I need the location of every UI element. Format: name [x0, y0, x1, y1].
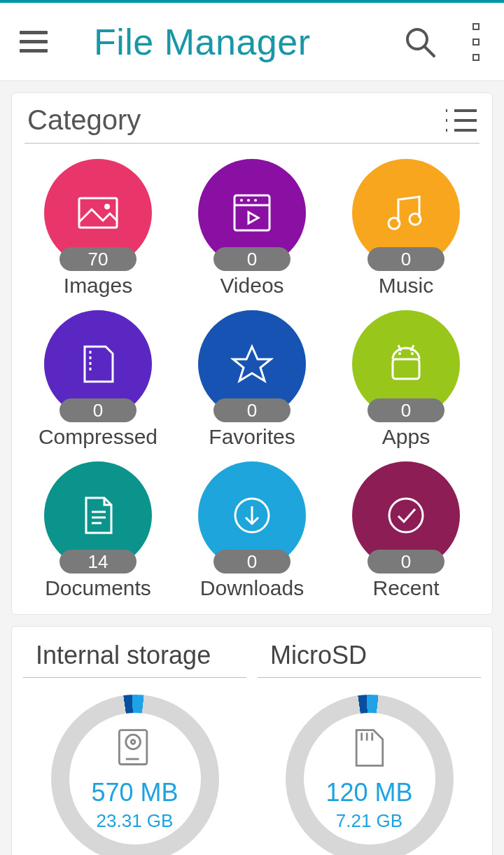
- download-icon: [229, 492, 275, 538]
- svg-rect-10: [234, 195, 270, 230]
- category-count-badge: 0: [214, 247, 290, 271]
- category-count-badge: 0: [368, 398, 444, 422]
- svg-point-17: [410, 214, 421, 225]
- svg-rect-20: [393, 359, 419, 379]
- svg-marker-19: [233, 347, 271, 381]
- category-count-badge: 0: [368, 247, 444, 271]
- svg-point-33: [132, 739, 136, 744]
- svg-point-16: [388, 218, 400, 229]
- category-compressed[interactable]: 0 Compressed: [24, 310, 172, 449]
- svg-point-23: [398, 352, 401, 355]
- storage-internal-storage[interactable]: Internal storage 570 MB 23.31 GB: [23, 637, 246, 855]
- search-button[interactable]: [403, 25, 437, 59]
- category-card: Category 70 Images 0 Videos: [11, 92, 493, 615]
- overflow-dot-icon: [472, 54, 479, 61]
- menu-button[interactable]: [20, 27, 50, 57]
- overflow-dot-icon: [472, 39, 479, 46]
- view-toggle-button[interactable]: [444, 108, 477, 133]
- storage-total: 7.21 GB: [336, 810, 402, 832]
- category-apps[interactable]: 0 Apps: [332, 310, 479, 449]
- category-label: Compressed: [38, 425, 158, 449]
- svg-point-30: [389, 499, 423, 532]
- video-icon: [229, 190, 275, 236]
- storage-total: 23.31 GB: [97, 810, 174, 832]
- category-videos[interactable]: 0 Videos: [178, 159, 326, 298]
- category-label: Downloads: [200, 576, 304, 600]
- svg-point-12: [240, 199, 243, 202]
- svg-point-9: [104, 204, 110, 209]
- svg-point-32: [126, 735, 141, 749]
- category-count-badge: 0: [214, 398, 290, 422]
- category-images[interactable]: 70 Images: [24, 159, 172, 298]
- storage-used: 120 MB: [326, 778, 412, 807]
- category-label: Recent: [372, 576, 439, 600]
- category-title: Category: [27, 104, 141, 136]
- image-icon: [75, 190, 121, 236]
- search-icon: [403, 25, 437, 59]
- category-favorites[interactable]: 0 Favorites: [178, 310, 326, 449]
- storage-ring: 570 MB 23.31 GB: [51, 695, 219, 855]
- storage-microsd[interactable]: MicroSD 120 MB 7.21 GB: [258, 637, 481, 855]
- category-downloads[interactable]: 0 Downloads: [178, 461, 326, 600]
- svg-line-1: [425, 47, 434, 56]
- category-header: Category: [24, 100, 479, 144]
- category-count-badge: 14: [59, 550, 136, 574]
- category-count-badge: 0: [214, 550, 290, 574]
- storage-ring: 120 MB 7.21 GB: [286, 695, 454, 855]
- check-icon: [383, 492, 429, 538]
- storage-used: 570 MB: [91, 778, 178, 807]
- sd-icon: [347, 726, 391, 770]
- svg-rect-8: [79, 198, 117, 228]
- category-label: Favorites: [209, 425, 295, 449]
- hdd-icon: [113, 726, 156, 770]
- storage-title: MicroSD: [258, 637, 481, 678]
- star-icon: [229, 341, 275, 387]
- category-label: Images: [64, 274, 132, 298]
- category-label: Apps: [382, 425, 430, 449]
- category-count-badge: 0: [59, 398, 136, 422]
- music-icon: [383, 190, 429, 236]
- category-count-badge: 0: [368, 550, 444, 574]
- app-title: File Manager: [94, 21, 403, 63]
- category-music[interactable]: 0 Music: [332, 159, 479, 298]
- storage-title: Internal storage: [23, 637, 246, 678]
- android-icon: [383, 341, 429, 387]
- svg-point-14: [254, 199, 257, 202]
- zip-icon: [75, 341, 121, 387]
- svg-point-24: [411, 352, 414, 355]
- category-label: Music: [379, 274, 433, 298]
- svg-marker-15: [248, 212, 258, 223]
- category-documents[interactable]: 14 Documents: [24, 461, 172, 600]
- category-count-badge: 70: [59, 247, 136, 271]
- doc-icon: [75, 492, 121, 538]
- overflow-menu-button[interactable]: [468, 23, 484, 61]
- category-label: Documents: [45, 576, 151, 600]
- list-view-icon: [444, 108, 477, 133]
- svg-point-13: [247, 199, 250, 202]
- storage-card: Internal storage 570 MB 23.31 GB MicroSD…: [11, 626, 493, 855]
- overflow-dot-icon: [472, 23, 479, 30]
- category-recent[interactable]: 0 Recent: [332, 461, 479, 600]
- app-bar: File Manager: [0, 3, 504, 81]
- category-label: Videos: [220, 274, 284, 298]
